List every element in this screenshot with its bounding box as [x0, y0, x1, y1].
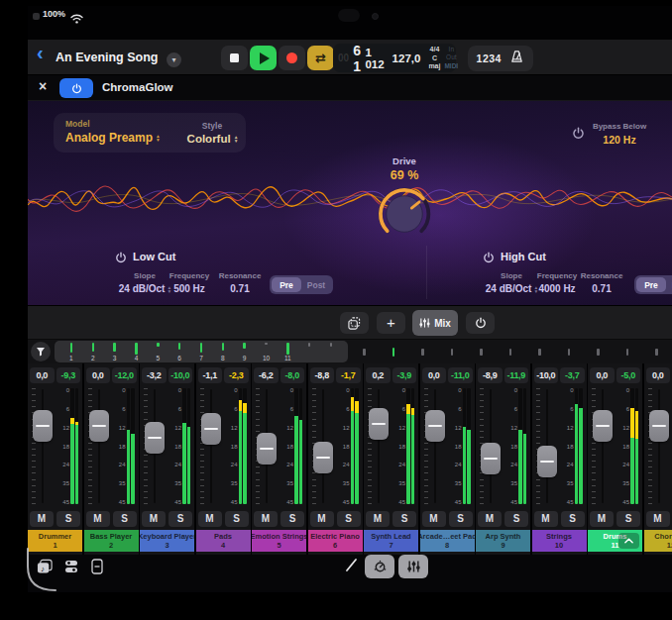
mute-button[interactable]: M: [198, 511, 222, 527]
fader-handle[interactable]: [201, 413, 221, 445]
stop-button[interactable]: [221, 46, 248, 70]
fader-db-value[interactable]: -8,9: [478, 367, 503, 383]
high-cut-resonance-value[interactable]: 0.71: [562, 283, 641, 294]
pre-segment[interactable]: Pre: [636, 277, 666, 292]
back-button[interactable]: ‹: [37, 43, 44, 62]
solo-button[interactable]: S: [616, 511, 640, 527]
overview-track-tick[interactable]: 6: [168, 341, 190, 362]
mute-button[interactable]: M: [310, 511, 334, 527]
drive-knob[interactable]: [375, 184, 434, 248]
solo-button[interactable]: S: [168, 511, 192, 527]
mute-button[interactable]: M: [366, 511, 390, 527]
overview-offscreen-tracks[interactable]: [353, 341, 668, 362]
metronome-icon[interactable]: [509, 50, 524, 68]
browser-icon[interactable]: [63, 559, 79, 578]
add-plugin-button[interactable]: +: [377, 312, 405, 334]
fader-handle[interactable]: [425, 410, 445, 442]
overview-track-tick[interactable]: [320, 341, 342, 362]
fader-db-value[interactable]: 0,0: [590, 367, 615, 383]
mixer-view-button[interactable]: [398, 555, 428, 578]
play-button[interactable]: [250, 46, 277, 70]
cycle-button[interactable]: ⇄: [307, 46, 334, 70]
fader-db-value[interactable]: -8,8: [310, 367, 335, 383]
track-name-tag[interactable]: Electric Piano 6: [308, 530, 363, 552]
solo-button[interactable]: S: [56, 511, 80, 527]
overview-track-tick[interactable]: 10: [256, 341, 278, 362]
mute-button[interactable]: M: [254, 511, 278, 527]
track-name-tag[interactable]: Arp Synth 9: [476, 530, 530, 552]
mute-button[interactable]: M: [646, 511, 670, 527]
fader-handle[interactable]: [257, 433, 277, 465]
fader-handle[interactable]: [649, 410, 669, 442]
channel-strip-inspector-icon[interactable]: [91, 559, 103, 578]
fader-handle[interactable]: [537, 446, 557, 477]
fader-db-value[interactable]: -10,0: [534, 367, 559, 383]
fader-db-value[interactable]: 0,0: [646, 367, 671, 383]
solo-button[interactable]: S: [225, 511, 249, 527]
overview-track-tick[interactable]: 9: [234, 341, 256, 362]
solo-button[interactable]: S: [280, 511, 304, 527]
track-name-tag[interactable]: Keyboard Player 3: [140, 530, 194, 552]
track-name-tag[interactable]: Synth Lead 7: [364, 530, 418, 552]
overview-track-tick[interactable]: 11: [277, 341, 298, 362]
lcd-display[interactable]: 00 6 1 1 012 127,0 4/4 C maj In Out MIDI: [333, 44, 456, 72]
mute-button[interactable]: M: [30, 511, 54, 527]
overview-navigator[interactable]: 1234567891011: [55, 341, 348, 362]
solo-button[interactable]: S: [337, 511, 361, 527]
overview-track-tick[interactable]: 3: [104, 341, 126, 362]
track-name-tag[interactable]: Arcade…eet Pad 8: [420, 530, 475, 552]
track-name-tag[interactable]: Chorus V 12: [644, 530, 672, 552]
solo-button[interactable]: S: [392, 511, 416, 527]
fader-handle[interactable]: [481, 443, 501, 474]
plugin-tiles-button[interactable]: [340, 312, 369, 334]
overview-track-tick[interactable]: 7: [190, 341, 212, 362]
fader-db-value[interactable]: -6,2: [254, 367, 279, 383]
fader-handle[interactable]: [33, 410, 53, 442]
track-name-tag[interactable]: Drums 11: [588, 530, 642, 552]
solo-button[interactable]: S: [449, 511, 473, 527]
mute-button[interactable]: M: [142, 511, 166, 527]
track-name-tag[interactable]: Strings 10: [532, 530, 587, 552]
track-name-tag[interactable]: Emotion Strings 5: [252, 530, 306, 552]
overview-track-tick[interactable]: 1: [60, 341, 82, 362]
pre-segment[interactable]: Pre: [272, 277, 301, 292]
fader-db-value[interactable]: 0,0: [422, 367, 447, 383]
overview-track-tick[interactable]: 5: [147, 341, 168, 362]
overview-track-tick[interactable]: 2: [82, 341, 104, 362]
track-name-tag[interactable]: Bass Player 2: [84, 530, 139, 552]
overview-track-tick[interactable]: 8: [212, 341, 234, 362]
record-button[interactable]: [279, 46, 305, 70]
solo-button[interactable]: S: [561, 511, 585, 527]
post-segment[interactable]: Post: [666, 277, 672, 292]
edit-pencil-icon[interactable]: [344, 558, 359, 577]
mute-button[interactable]: M: [422, 511, 446, 527]
low-cut-power-button[interactable]: [115, 252, 127, 263]
style-value[interactable]: Colorful ▴▾: [163, 133, 262, 145]
mix-button[interactable]: Mix: [412, 310, 458, 336]
close-plugin-button[interactable]: ×: [39, 78, 47, 94]
plugin-power-button[interactable]: [59, 78, 93, 98]
mixer-power-button[interactable]: [466, 312, 495, 334]
collapse-plugin-button[interactable]: [618, 533, 639, 549]
mute-button[interactable]: M: [534, 511, 558, 527]
fader-handle[interactable]: [145, 422, 165, 454]
track-name-tag[interactable]: Pads 4: [196, 530, 251, 552]
fader-handle[interactable]: [369, 408, 389, 440]
fader-db-value[interactable]: -3,2: [142, 367, 167, 383]
fader-db-value[interactable]: 0,2: [366, 367, 391, 383]
fader-handle[interactable]: [313, 442, 333, 473]
count-in-button[interactable]: 1234: [477, 52, 502, 64]
level-value[interactable]: 0.0: [652, 134, 672, 146]
mute-button[interactable]: M: [86, 511, 110, 527]
filter-tracks-button[interactable]: [31, 342, 51, 362]
fader-handle[interactable]: [89, 410, 109, 442]
track-name-tag[interactable]: Drummer 1: [28, 530, 82, 552]
model-value[interactable]: Analog Preamp ▴▾: [65, 131, 160, 145]
high-cut-power-button[interactable]: [483, 252, 495, 263]
overview-track-tick[interactable]: [298, 341, 320, 362]
mute-button[interactable]: M: [478, 511, 502, 527]
song-title[interactable]: An Evening Song: [56, 51, 158, 64]
overview-track-tick[interactable]: 4: [126, 341, 148, 362]
song-menu-chevron-icon[interactable]: ▾: [167, 52, 181, 67]
solo-button[interactable]: S: [504, 511, 528, 527]
